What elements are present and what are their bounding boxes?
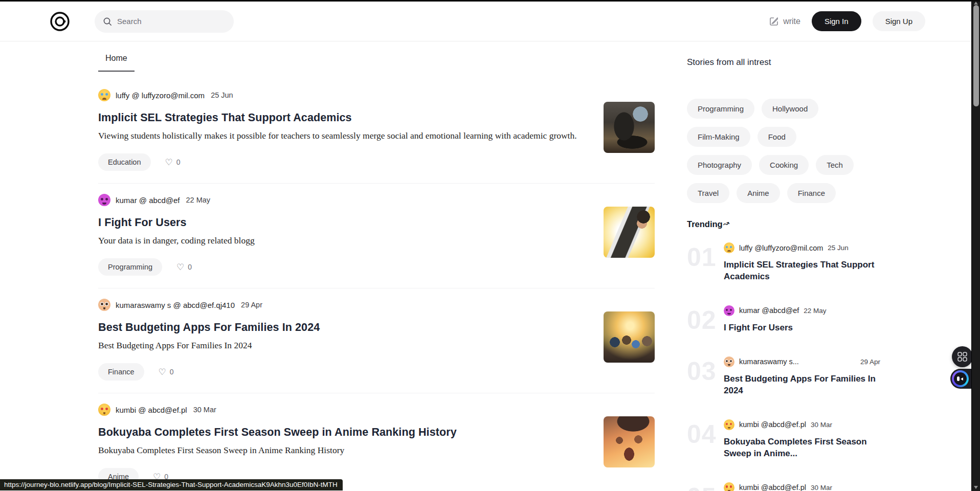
post-date: 30 Mar (811, 484, 832, 491)
feed-column: Home luffy @ luffyzoro@mil.com 25 Jun Im… (98, 41, 655, 491)
pencil-square-icon (769, 16, 779, 26)
scrollbar-thumb[interactable] (973, 5, 979, 106)
write-button[interactable]: write (769, 16, 800, 26)
interests-heading: Stories from all intrest (687, 57, 907, 68)
post-date: 22 May (186, 196, 211, 204)
author-name: kumaraswamy s @ abcd@ef.qj410 (116, 301, 235, 309)
like-button[interactable]: ♡ 0 (159, 368, 174, 376)
post-author-row[interactable]: kumar @ abcd@ef 22 May (98, 194, 587, 206)
interest-tag[interactable]: Photography (687, 155, 752, 175)
trending-rank: 04 (687, 421, 724, 460)
search-bar[interactable] (95, 10, 234, 33)
interest-tag[interactable]: Food (758, 127, 796, 147)
like-count: 0 (170, 368, 174, 376)
author-avatar (98, 89, 110, 101)
author-name: kumar @ abcd@ef (116, 196, 180, 205)
author-name: luffy @luffyzoro@mil.com (739, 244, 823, 252)
interest-tag[interactable]: Anime (737, 183, 780, 203)
author-avatar (724, 305, 734, 316)
link-preview-status-bar: https://journey-blo.netlify.app/blog/Imp… (0, 479, 343, 490)
author-name: kumbi @abcd@ef.pl (739, 420, 806, 429)
post-thumbnail[interactable] (604, 207, 655, 258)
interest-tag[interactable]: Tech (816, 155, 854, 175)
interest-tag[interactable]: Finance (787, 183, 836, 203)
author-avatar (98, 404, 110, 416)
scroll-up-arrow[interactable] (974, 2, 978, 5)
author-avatar (724, 419, 734, 430)
post-author-row[interactable]: luffy @ luffyzoro@mil.com 25 Jun (98, 89, 587, 101)
post-excerpt: Bokuyaba Completes First Season Sweep in… (98, 445, 587, 456)
author-avatar (98, 299, 110, 311)
trending-rank: 01 (687, 244, 724, 283)
sidebar: Stories from all intrest Programming Hol… (687, 41, 907, 491)
sign-up-button[interactable]: Sign Up (873, 11, 925, 31)
post-date: 29 Apr (241, 301, 262, 309)
heart-icon: ♡ (165, 158, 173, 167)
interest-tag[interactable]: Film-Making (687, 127, 750, 147)
trending-item[interactable]: 01 luffy @luffyzoro@mil.com 25 Jun Impli… (687, 242, 907, 283)
heart-icon: ♡ (176, 263, 184, 272)
ai-assistant-icon (952, 370, 969, 387)
tab-home[interactable]: Home (98, 54, 135, 72)
post-thumbnail[interactable] (604, 102, 655, 153)
sign-in-button[interactable]: Sign In (812, 11, 861, 31)
trending-title[interactable]: Best Budgeting Apps For Families In 2024 (724, 373, 880, 397)
interest-tag[interactable]: Cooking (759, 155, 809, 175)
like-button[interactable]: ♡ 0 (176, 263, 192, 272)
like-count: 0 (188, 263, 192, 271)
post-thumbnail[interactable] (604, 311, 655, 363)
author-name: kumaraswamy s... (739, 358, 799, 366)
site-logo-icon[interactable] (49, 10, 71, 33)
post-tag[interactable]: Programming (98, 258, 162, 276)
grid-icon (957, 352, 967, 362)
feed-tab-bar: Home (98, 54, 655, 72)
trending-item[interactable]: 05 kumbi @abcd@ef.pl 30 Mar (687, 482, 907, 491)
post-date: 29 Apr (860, 358, 880, 366)
trending-item[interactable]: 03 kumaraswamy s... 29 Apr Best Budgetin… (687, 356, 907, 397)
post-excerpt: Viewing students holistically makes it p… (98, 130, 587, 141)
author-avatar (98, 194, 110, 206)
post-tag[interactable]: Finance (98, 363, 144, 381)
trending-heading: Trending↝ (687, 219, 907, 229)
post-date: 30 Mar (193, 406, 216, 414)
trending-title[interactable]: I Fight For Users (724, 322, 880, 334)
trending-title[interactable]: Implicit SEL Strategies That Support Aca… (724, 259, 880, 283)
like-count: 0 (176, 158, 181, 166)
interest-tag[interactable]: Programming (687, 99, 754, 119)
trending-title[interactable]: Bokuyaba Completes First Season Sweep in… (724, 436, 880, 460)
post-title-link[interactable]: I Fight For Users (98, 216, 587, 229)
trending-list: 01 luffy @luffyzoro@mil.com 25 Jun Impli… (687, 242, 907, 491)
interest-tag-list: Programming Hollywood Film-Making Food P… (687, 99, 857, 203)
interest-tag[interactable]: Travel (687, 183, 729, 203)
post-tag[interactable]: Education (98, 153, 151, 171)
post-title-link[interactable]: Bokuyaba Completes First Season Sweep in… (98, 426, 587, 439)
author-avatar (724, 242, 734, 253)
trending-item[interactable]: 02 kumar @abcd@ef 22 May I Fight For Use… (687, 305, 907, 334)
scroll-down-arrow[interactable] (974, 486, 978, 489)
like-button[interactable]: ♡ 0 (165, 158, 181, 167)
post-author-row[interactable]: kumaraswamy s @ abcd@ef.qj410 29 Apr (98, 299, 587, 311)
post-date: 25 Jun (828, 244, 849, 252)
post-title-link[interactable]: Implicit SEL Strategies That Support Aca… (98, 111, 587, 124)
post-date: 25 Jun (211, 91, 233, 99)
post-excerpt: Your data is in danger, coding related b… (98, 235, 587, 246)
post-card: kumbi @ abcd@ef.pl 30 Mar Bokuyaba Compl… (98, 393, 655, 491)
header-actions: write Sign In Sign Up (769, 11, 925, 31)
post-title-link[interactable]: Best Budgeting Apps For Families In 2024 (98, 321, 587, 334)
trending-rank: 05 (687, 484, 724, 491)
post-author-row[interactable]: kumbi @ abcd@ef.pl 30 Mar (98, 404, 587, 416)
trending-item[interactable]: 04 kumbi @abcd@ef.pl 30 Mar Bokuyaba Com… (687, 419, 907, 460)
author-name: luffy @ luffyzoro@mil.com (116, 91, 205, 100)
post-excerpt: Best Budgeting Apps For Families In 2024 (98, 340, 587, 351)
vertical-scrollbar[interactable] (971, 0, 980, 491)
header: write Sign In Sign Up (0, 2, 971, 41)
apps-grid-button[interactable] (952, 346, 973, 367)
interest-tag[interactable]: Hollywood (762, 99, 818, 119)
post-card: luffy @ luffyzoro@mil.com 25 Jun Implici… (98, 79, 655, 184)
trending-rank: 02 (687, 307, 724, 334)
search-input[interactable] (117, 17, 226, 26)
search-icon (103, 17, 112, 26)
author-name: kumbi @ abcd@ef.pl (116, 406, 187, 414)
author-avatar (724, 356, 734, 367)
post-thumbnail[interactable] (604, 416, 655, 467)
